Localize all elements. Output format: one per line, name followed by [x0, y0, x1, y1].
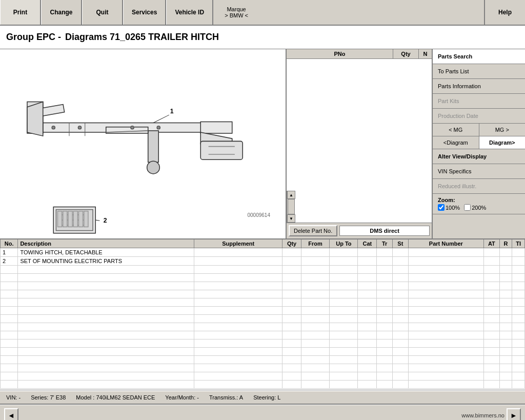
table-cell — [499, 257, 512, 266]
table-cell-empty — [330, 298, 358, 307]
part-kits-btn[interactable]: Part Kits — [433, 94, 525, 109]
table-cell: 1 — [1, 248, 18, 257]
vin-specifics-btn[interactable]: VIN Specifics — [433, 164, 525, 179]
svg-rect-22 — [57, 211, 62, 227]
table-cell-empty — [499, 266, 512, 274]
table-cell-empty — [194, 282, 282, 290]
table-row[interactable]: 2SET OF MOUNTING ELECTRIC PARTS — [1, 257, 525, 266]
table-cell-empty — [301, 348, 329, 356]
table-cell-empty — [282, 331, 301, 339]
diagram-svg: 1 2 — [0, 49, 286, 238]
menu-change[interactable]: Change — [41, 0, 82, 25]
table-cell-empty — [377, 323, 393, 331]
table-cell-empty — [408, 356, 483, 364]
table-cell-empty — [512, 348, 525, 356]
menu-quit[interactable]: Quit — [82, 0, 123, 25]
mg-next-btn[interactable]: MG > — [479, 124, 526, 136]
table-cell-empty — [1, 364, 18, 372]
table-cell-empty — [18, 282, 194, 290]
table-cell — [282, 248, 301, 257]
table-cell-empty — [1, 290, 18, 298]
table-cell-empty — [330, 282, 358, 290]
table-cell-empty — [484, 266, 500, 274]
diagram-next-btn[interactable]: Diagram> — [479, 136, 526, 149]
table-cell — [194, 248, 282, 257]
parts-information-btn[interactable]: Parts Information — [433, 79, 525, 94]
part-number-2: 2 — [104, 217, 107, 224]
table-cell-empty — [1, 356, 18, 364]
th-from: From — [301, 239, 329, 248]
table-cell-empty — [408, 339, 483, 348]
table-cell-empty — [301, 331, 329, 339]
menu-services[interactable]: Services — [123, 0, 166, 25]
table-cell-empty — [1, 372, 18, 381]
zoom-100-option[interactable]: 100% — [438, 204, 460, 211]
table-cell-empty — [377, 282, 393, 290]
menu-marque: Marque > BMW < — [213, 0, 259, 25]
nav-back-btn[interactable]: ◄ — [4, 408, 18, 421]
table-cell-empty — [377, 339, 393, 348]
scroll-thumb[interactable] — [288, 199, 295, 214]
title-diagram: Diagrams 71_0265 TRAILER HITCH — [65, 32, 219, 43]
mg-pair: < MG MG > — [433, 124, 525, 136]
table-cell-empty — [282, 266, 301, 274]
title-group: Group EPC - — [6, 32, 61, 43]
reduced-illustr-btn[interactable]: Reduced illustr. — [433, 179, 525, 194]
table-cell — [408, 257, 483, 266]
table-cell-empty — [408, 331, 483, 339]
mg-prev-btn[interactable]: < MG — [433, 124, 479, 136]
table-cell-empty — [377, 356, 393, 364]
table-cell-empty — [330, 364, 358, 372]
th-cat: Cat — [358, 239, 377, 248]
table-cell-empty — [393, 290, 409, 298]
parts-scrollbar[interactable]: ▲ ▼ — [287, 191, 295, 223]
table-cell-empty — [330, 356, 358, 364]
to-parts-list-btn[interactable]: To Parts List — [433, 64, 525, 79]
table-cell-empty — [377, 364, 393, 372]
table-cell-empty — [194, 372, 282, 381]
parts-list[interactable]: No. Description Supplement Qty From Up T… — [0, 239, 525, 390]
zoom-100-checkbox[interactable] — [438, 204, 445, 211]
table-cell-empty — [393, 315, 409, 323]
svg-point-4 — [147, 161, 160, 174]
table-cell-empty — [194, 290, 282, 298]
parts-search-btn[interactable]: Parts Search — [433, 49, 525, 64]
zoom-200-option[interactable]: 200% — [464, 204, 486, 211]
production-date-btn[interactable]: Production Date — [433, 109, 525, 124]
delete-part-btn[interactable]: Delete Part No. — [289, 225, 337, 236]
table-cell-empty — [194, 339, 282, 348]
scroll-up-btn[interactable]: ▲ — [287, 191, 295, 199]
table-cell-empty — [393, 298, 409, 307]
th-tr: Tr — [377, 239, 393, 248]
table-cell-empty — [18, 298, 194, 307]
menu-vehicle-id[interactable]: Vehicle ID — [166, 0, 213, 25]
table-cell-empty — [358, 290, 377, 298]
table-cell-empty — [408, 290, 483, 298]
parts-table-body[interactable] — [287, 59, 432, 191]
table-cell — [301, 248, 329, 257]
zoom-100-label: 100% — [446, 205, 460, 211]
table-cell-empty — [330, 274, 358, 282]
table-cell — [377, 248, 393, 257]
table-row[interactable]: 1TOWING HITCH, DETACHABLE — [1, 248, 525, 257]
table-cell-empty — [194, 298, 282, 307]
table-cell-empty — [18, 381, 194, 389]
table-cell-empty — [512, 290, 525, 298]
alter-view-btn[interactable]: Alter View/Display — [433, 149, 525, 164]
table-row-empty — [1, 364, 525, 372]
scroll-down-btn[interactable]: ▼ — [287, 214, 295, 223]
table-cell-empty — [358, 274, 377, 282]
table-cell-empty — [301, 364, 329, 372]
table-cell-empty — [1, 315, 18, 323]
zoom-200-checkbox[interactable] — [464, 204, 471, 211]
nav-forward-btn[interactable]: ► — [507, 408, 521, 421]
menu-help[interactable]: Help — [484, 0, 525, 25]
table-cell-empty — [408, 364, 483, 372]
table-cell-empty — [408, 381, 483, 389]
table-cell-empty — [194, 307, 282, 315]
diagram-prev-btn[interactable]: <Diagram — [433, 136, 479, 149]
menu-print[interactable]: Print — [0, 0, 41, 25]
table-cell-empty — [393, 381, 409, 389]
status-series: Series: 7' E38 — [31, 394, 66, 401]
table-cell-empty — [1, 266, 18, 274]
